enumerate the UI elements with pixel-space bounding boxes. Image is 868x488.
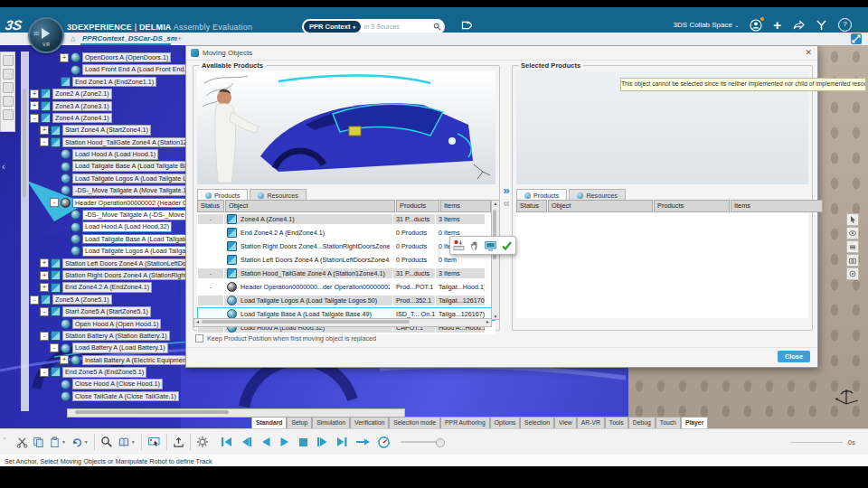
tree-item[interactable]: +Zone2 A (Zone2.1) [28, 88, 194, 99]
column-header[interactable]: Products [396, 200, 439, 212]
swap-view-icon[interactable] [485, 240, 496, 251]
column-header[interactable]: Object [225, 200, 395, 212]
avatar[interactable] [750, 19, 762, 32]
tree-item[interactable]: +Load Tailgate Base A (Load Tailgate Bas… [28, 233, 194, 245]
available-products-preview-3d[interactable] [197, 70, 495, 184]
tree-item[interactable]: +Load Hood A (Load Hood.32) [28, 221, 194, 232]
table-horizontal-scrollbar[interactable]: ◄ ► [193, 318, 492, 327]
tree-item[interactable]: +Close TailGate A (Close TailGate.1) [28, 390, 194, 402]
search-context-dropdown[interactable]: PPR Context ▾ [304, 21, 361, 33]
tree-item[interactable]: +OpenDoors A (OpenDoors.1) [28, 52, 194, 63]
pan-icon[interactable] [469, 239, 480, 251]
layers-icon[interactable] [846, 240, 859, 253]
workbench-tab-standard[interactable]: Standard [251, 417, 287, 428]
visibility-icon[interactable] [846, 227, 859, 239]
tree-item[interactable]: +Close Hood A (Close Hood.1) [28, 379, 194, 390]
new-tab-button[interactable]: + [177, 34, 182, 43]
chevron-down-icon[interactable]: ▼ [61, 439, 66, 445]
collab-space-dropdown[interactable]: 3DS Collab Space ⌄ [674, 21, 740, 29]
timer-icon[interactable] [377, 436, 391, 449]
table-row[interactable]: -Header Operation0000000...der Operation… [197, 280, 495, 294]
zoom-icon[interactable] [100, 436, 113, 448]
tree-expander[interactable]: + [40, 283, 49, 292]
tree-item[interactable]: -Station Battery A (Station Battery.1) [28, 330, 194, 342]
panel-collapse-chevron[interactable]: ‹ [2, 161, 5, 172]
tree-expander[interactable]: - [40, 332, 49, 341]
skip-start-icon[interactable] [220, 436, 233, 448]
column-header[interactable]: Items [731, 200, 823, 212]
column-header[interactable]: Items [440, 200, 491, 212]
tree-expander[interactable]: - [40, 137, 49, 146]
workbench-tab-tools[interactable]: Tools [605, 417, 628, 428]
dialog-title-bar[interactable]: Moving Objects ✕ [186, 46, 817, 61]
step-forward-icon[interactable] [316, 436, 329, 448]
table-vertical-scrollbar[interactable]: ▲ ▼ [491, 200, 500, 320]
transfer-add-icon[interactable]: » [500, 184, 513, 197]
mini-tool-icon[interactable] [3, 55, 14, 66]
transfer-remove-icon[interactable]: « [500, 197, 513, 210]
workbench-tab-verification[interactable]: Verification [350, 417, 389, 428]
tree-item[interactable]: -End Zone5 A (EndZone5.1) [28, 366, 194, 378]
play-icon[interactable] [278, 436, 291, 448]
tree-item[interactable]: +Station Right Doors Zone4 A (StationRig… [28, 269, 194, 281]
tree-item[interactable]: +Open Hood A (Open Hood.1) [28, 318, 194, 330]
tree-expander[interactable]: - [30, 114, 39, 123]
keep-position-option[interactable]: Keep Product Position when first moving … [195, 334, 376, 343]
export-icon[interactable] [173, 436, 184, 448]
scroll-left-icon[interactable]: ◄ [195, 319, 200, 324]
stop-icon[interactable] [297, 436, 309, 448]
workbench-tab-touch[interactable]: Touch [656, 417, 681, 428]
tree-item[interactable]: -Zone4 A (Zone4.1) [28, 112, 194, 124]
tree-item[interactable]: +Load Tailgate Logos A (Load Tailgate Lo… [28, 173, 194, 184]
tree-item[interactable]: +-DS-_Move Tailgate A (Move Tailgate.1) [28, 184, 194, 196]
cut-icon[interactable] [16, 436, 28, 448]
tree-expander[interactable]: - [50, 198, 59, 207]
copy-icon[interactable] [33, 436, 44, 448]
mini-tool-icon[interactable] [3, 96, 14, 107]
speed-slider[interactable] [401, 441, 442, 443]
record-icon[interactable] [453, 239, 465, 251]
chevron-down-icon[interactable]: ▼ [84, 439, 89, 445]
help-icon[interactable]: ? [838, 18, 852, 32]
tree-expander[interactable]: + [40, 271, 49, 280]
workbench-tab-selection[interactable]: Selection [520, 417, 554, 428]
chevron-down-icon[interactable]: ▼ [131, 439, 136, 445]
tag-icon[interactable] [459, 19, 472, 32]
workbench-tab-view[interactable]: View [554, 417, 577, 428]
add-content-button[interactable]: + [773, 21, 781, 30]
tree-item[interactable]: +Station Left Doors Zone4 A (StationLeft… [28, 258, 194, 269]
tree-expander[interactable]: - [50, 343, 59, 352]
skip-end-icon[interactable] [335, 436, 349, 448]
camera-icon[interactable] [846, 254, 859, 267]
tree-item[interactable]: -Zone5 A (Zone5.1) [28, 294, 194, 305]
table-row[interactable]: Station Left Doors Zone4 A (StationLeftD… [197, 253, 495, 267]
workbench-tab-selection-mode[interactable]: Selection mode [389, 417, 440, 428]
3ds-logo-icon[interactable]: 3S [5, 17, 24, 33]
play-reverse-icon[interactable] [259, 436, 272, 448]
column-header[interactable]: Status [197, 200, 224, 212]
workbench-tab-simulation[interactable]: Simulation [312, 417, 350, 428]
column-header[interactable]: Products [654, 200, 730, 212]
spec-tree[interactable]: +OpenDoors A (OpenDoors.1)+Load Front En… [28, 52, 194, 404]
tree-item[interactable]: -Start Zone5 A (StartZone5.1) [28, 305, 194, 317]
tree-expander[interactable]: + [40, 258, 49, 267]
settings-icon[interactable] [196, 436, 209, 448]
close-icon[interactable]: ✕ [805, 48, 812, 57]
table-row[interactable]: Load Tailgate Logos A (Load Tailgate Log… [197, 294, 495, 307]
search-icon[interactable] [430, 20, 444, 33]
keep-position-checkbox[interactable] [195, 334, 203, 343]
tree-expander[interactable]: + [40, 126, 49, 135]
table-row[interactable]: -Zone4 A (Zone4.1)31 P...ducts3 Items [197, 212, 495, 226]
undo-icon[interactable]: ▼ [71, 436, 89, 448]
scroll-down-icon[interactable]: ▼ [492, 314, 499, 319]
home-icon[interactable]: ⌂ [71, 34, 75, 43]
tree-item[interactable]: +-DS-_Move Tailgate A (-DS-_Move Tailgat… [28, 209, 194, 221]
mini-tool-icon[interactable] [3, 69, 14, 80]
tree-item[interactable]: +End Zone4.2 A (EndZone4.1) [28, 281, 194, 293]
catalog-icon[interactable]: ▼ [118, 436, 136, 448]
tree-item[interactable]: +Load Hood A (Load Hood.1) [28, 148, 194, 160]
paste-icon[interactable]: ▼ [49, 436, 66, 448]
tree-item[interactable]: -Station Hood_TailGate Zone4 A (Station1… [28, 136, 194, 148]
compass-badge-icon[interactable]: 3D V.R [28, 17, 64, 53]
workbench-tab-debug[interactable]: Debug [628, 417, 656, 428]
